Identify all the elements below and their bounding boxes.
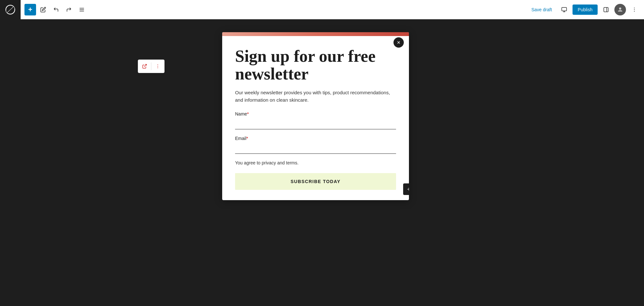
name-required-star: * <box>247 111 249 116</box>
more-options-button[interactable] <box>629 4 640 15</box>
undo-button[interactable] <box>50 4 62 15</box>
user-avatar-button[interactable] <box>614 4 626 15</box>
svg-point-12 <box>157 64 158 65</box>
svg-rect-3 <box>562 7 567 11</box>
svg-point-13 <box>157 66 158 67</box>
edit-mode-button[interactable] <box>37 4 49 15</box>
add-block-toolbar-button[interactable]: + <box>24 4 36 15</box>
name-form-group: Name* <box>235 111 396 129</box>
list-view-button[interactable] <box>76 4 88 15</box>
add-block-inside-button[interactable] <box>403 183 409 195</box>
svg-point-8 <box>634 7 635 8</box>
save-draft-button[interactable]: Save draft <box>527 5 556 14</box>
name-label: Name* <box>235 111 396 116</box>
svg-point-10 <box>634 11 635 12</box>
block-link-button[interactable] <box>138 60 151 73</box>
modal-body: Sign up for our free newsletter Our week… <box>222 36 409 200</box>
modal-close-button[interactable] <box>393 37 404 48</box>
svg-rect-6 <box>604 7 608 12</box>
svg-line-11 <box>144 64 147 67</box>
modal-top-bar <box>222 32 409 36</box>
email-input[interactable] <box>235 143 396 154</box>
toolbar: + <box>0 0 644 19</box>
modal-title: Sign up for our free newsletter <box>235 48 396 83</box>
email-label: Email* <box>235 136 396 141</box>
email-required-star: * <box>246 136 248 141</box>
wp-logo[interactable] <box>0 0 21 19</box>
redo-button[interactable] <box>63 4 75 15</box>
modal-description: Our weekly newsletter provides you with … <box>235 89 396 104</box>
publish-button[interactable]: Publish <box>573 5 598 15</box>
block-floating-toolbar <box>138 60 165 73</box>
svg-point-14 <box>157 68 158 68</box>
email-form-group: Email* <box>235 136 396 154</box>
svg-point-9 <box>634 9 635 10</box>
subscribe-button[interactable]: SUBSCRIBE TODAY <box>235 173 396 190</box>
privacy-text: You agree to privacy and terms. <box>235 160 396 165</box>
toolbar-left: + <box>0 0 88 19</box>
sidebar-toggle-button[interactable] <box>600 4 612 15</box>
preview-button[interactable] <box>558 4 570 15</box>
newsletter-modal: Sign up for our free newsletter Our week… <box>222 32 409 200</box>
toolbar-right: Save draft Publish <box>527 4 644 15</box>
block-more-options-button[interactable] <box>151 60 164 73</box>
name-input[interactable] <box>235 118 396 129</box>
